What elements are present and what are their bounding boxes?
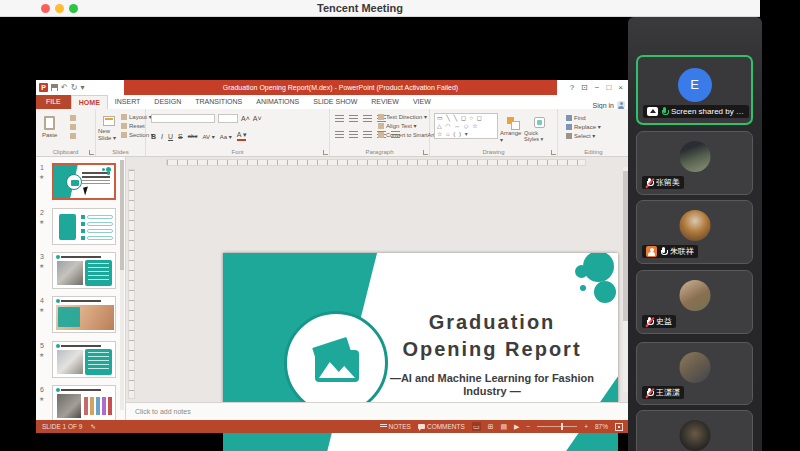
- thumbnail-canvas[interactable]: [52, 341, 116, 378]
- close-icon[interactable]: ×: [618, 83, 623, 92]
- cut-button[interactable]: [70, 114, 78, 123]
- participant-label: 张留美: [642, 176, 684, 189]
- quick-styles-button[interactable]: Quick Styles ▾: [524, 113, 554, 142]
- arrange-button[interactable]: Arrange ▾: [500, 113, 524, 143]
- thumbnail-canvas[interactable]: [52, 385, 116, 420]
- decrease-font-icon[interactable]: A˅: [253, 115, 262, 122]
- align-left-icon[interactable]: [335, 131, 344, 138]
- ribbon-options-icon[interactable]: ⊡: [581, 83, 588, 92]
- font-name-select[interactable]: [151, 114, 215, 123]
- redo-icon[interactable]: ↻: [71, 83, 78, 92]
- change-case-button[interactable]: Aa ▾: [220, 133, 232, 140]
- notes-icon: [380, 424, 387, 429]
- font-size-select[interactable]: [218, 114, 238, 123]
- clipboard-dialog-launcher-icon[interactable]: [89, 150, 94, 155]
- tab-review[interactable]: REVIEW: [364, 95, 406, 109]
- participant-tile[interactable]: 王潇潇: [636, 342, 753, 405]
- tab-view[interactable]: VIEW: [406, 95, 438, 109]
- new-slide-button[interactable]: New Slide ▾: [98, 112, 120, 141]
- italic-button[interactable]: I: [161, 133, 163, 140]
- numbering-icon[interactable]: [349, 115, 358, 122]
- minimize-icon[interactable]: −: [595, 83, 600, 92]
- shapes-row-2: △ ◠ ↔ ◇ ☆: [437, 122, 497, 130]
- paragraph-dialog-launcher-icon[interactable]: [423, 150, 428, 155]
- participant-tile[interactable]: 朱联祥: [636, 200, 753, 264]
- zoom-out-button[interactable]: −: [526, 423, 530, 430]
- slide-number: 6: [40, 386, 44, 393]
- thumbnail-slide-3[interactable]: 3 ★: [36, 252, 126, 289]
- zoom-level[interactable]: 87%: [595, 423, 608, 430]
- slide-title-line2: Opening Report: [373, 336, 611, 363]
- participant-tile[interactable]: 张留美: [636, 131, 753, 195]
- strikethrough-button[interactable]: S: [178, 133, 183, 140]
- tab-insert[interactable]: INSERT: [108, 95, 148, 109]
- sign-in-button[interactable]: Sign in: [593, 101, 629, 109]
- zoom-in-button[interactable]: +: [584, 423, 588, 430]
- align-center-icon[interactable]: [349, 131, 358, 138]
- undo-icon[interactable]: ↶: [61, 83, 68, 92]
- reading-view-icon[interactable]: ▤: [500, 422, 507, 431]
- comments-toggle-button[interactable]: COMMENTS: [418, 423, 465, 430]
- font-color-button[interactable]: A ▾: [237, 131, 247, 141]
- underline-button[interactable]: U: [168, 133, 173, 140]
- font-dialog-launcher-icon[interactable]: [323, 150, 328, 155]
- select-label: Select ▾: [574, 133, 595, 139]
- paste-label: Paste: [42, 132, 57, 138]
- participant-tile[interactable]: [636, 410, 753, 451]
- shapes-gallery[interactable]: ▭ ╲ ╲ ◻ ○ ◻ △ ◠ ↔ ◇ ☆ ☆ ⌂ ( ) ▾: [434, 113, 498, 139]
- fit-slide-icon[interactable]: [615, 423, 623, 431]
- bullets-icon[interactable]: [335, 115, 344, 122]
- thumbnail-slide-4[interactable]: 4 ★: [36, 296, 126, 333]
- find-button[interactable]: Find: [566, 114, 601, 123]
- thumbnail-slide-6[interactable]: 6 ★: [36, 385, 126, 420]
- drawing-dialog-launcher-icon[interactable]: [551, 150, 556, 155]
- normal-view-icon[interactable]: ▭: [472, 422, 481, 431]
- align-right-icon[interactable]: [363, 131, 372, 138]
- thumb-photo: [57, 394, 81, 418]
- maximize-icon[interactable]: □: [606, 83, 611, 92]
- arrange-label: Arrange ▾: [500, 130, 524, 143]
- copy-button[interactable]: [70, 123, 78, 132]
- thumbnail-scrollbar[interactable]: [120, 160, 124, 410]
- replace-button[interactable]: Replace ▾: [566, 123, 601, 132]
- tab-home[interactable]: HOME: [71, 95, 108, 109]
- customize-qat-icon[interactable]: ▾: [80, 83, 84, 92]
- thumbnail-slide-2[interactable]: 2 ★: [36, 208, 126, 245]
- thumbnail-canvas[interactable]: [52, 208, 116, 245]
- thumbnail-slide-5[interactable]: 5 ★: [36, 341, 126, 378]
- tab-slideshow[interactable]: SLIDE SHOW: [306, 95, 364, 109]
- powerpoint-logo-icon[interactable]: P: [39, 83, 48, 92]
- zoom-slider-thumb[interactable]: [561, 423, 563, 430]
- tab-animations[interactable]: ANIMATIONS: [249, 95, 306, 109]
- notes-pane[interactable]: Click to add notes: [126, 402, 629, 420]
- help-icon[interactable]: ?: [570, 83, 574, 92]
- mic-on-icon: [661, 107, 668, 117]
- tab-transitions[interactable]: TRANSITIONS: [188, 95, 249, 109]
- paste-button[interactable]: Paste: [42, 112, 57, 138]
- thumbnail-slide-1[interactable]: 1 ★: [36, 163, 126, 200]
- save-icon[interactable]: [51, 84, 58, 91]
- tab-file[interactable]: FILE: [36, 95, 71, 109]
- notes-toggle-button[interactable]: NOTES: [380, 423, 411, 430]
- thumbnail-canvas[interactable]: [52, 252, 116, 289]
- pen-icon[interactable]: ✎: [90, 423, 95, 431]
- increase-font-icon[interactable]: A˄: [241, 115, 250, 122]
- select-button[interactable]: Select ▾: [566, 132, 601, 141]
- slide-sorter-view-icon[interactable]: ⊞: [488, 422, 494, 431]
- participant-tile-sharer[interactable]: E Screen shared by E...: [636, 55, 753, 125]
- participant-name: 史益: [656, 316, 672, 327]
- indent-decrease-icon[interactable]: [363, 115, 372, 122]
- slideshow-view-icon[interactable]: ▶: [514, 422, 519, 431]
- character-spacing-button[interactable]: AV ▾: [202, 133, 214, 140]
- format-painter-button[interactable]: [70, 132, 78, 141]
- participant-tile[interactable]: 史益: [636, 270, 753, 334]
- shadow-abc-button[interactable]: abc: [188, 133, 198, 139]
- editing-group-label: Editing: [558, 149, 629, 155]
- zoom-slider[interactable]: [537, 426, 577, 427]
- bold-button[interactable]: B: [151, 133, 156, 140]
- thumb-text-block: [85, 349, 112, 375]
- slide-number: 1: [40, 164, 44, 171]
- slide-number: 3: [40, 253, 44, 260]
- tab-design[interactable]: DESIGN: [147, 95, 188, 109]
- thumbnail-canvas[interactable]: [52, 296, 116, 333]
